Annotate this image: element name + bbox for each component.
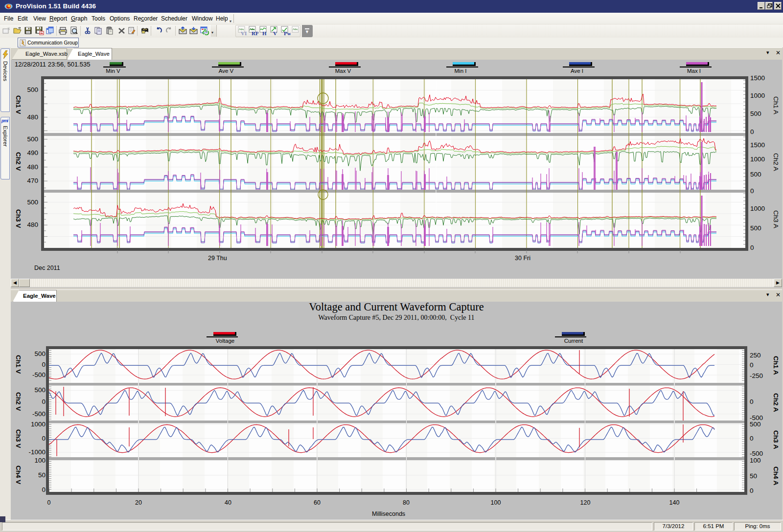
svg-text:RP: RP — [252, 30, 258, 36]
svg-text:H: H — [262, 30, 267, 36]
svg-text:V: V — [273, 30, 277, 36]
svg-text:VI: VI — [241, 30, 247, 36]
svg-text:Pw: Pw — [284, 30, 291, 36]
